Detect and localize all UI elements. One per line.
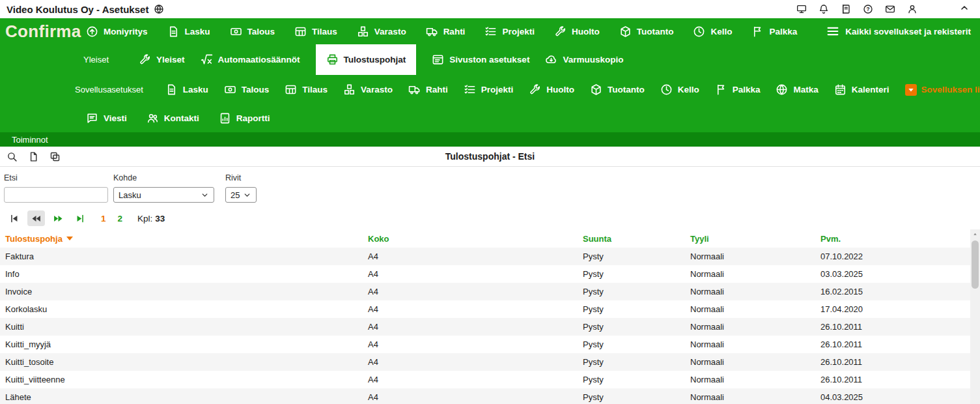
invoice-document-icon bbox=[167, 25, 180, 38]
search-form: Etsi Kohde Lasku Rivit 25 bbox=[0, 167, 980, 207]
cell-suunta: Pysty bbox=[583, 269, 690, 279]
tab-tulostuspohjat[interactable]: Tulostuspohjat bbox=[316, 44, 417, 75]
mail-icon[interactable] bbox=[885, 4, 895, 14]
nav-kello[interactable]: Kello bbox=[693, 25, 732, 38]
appnav-kalenteri[interactable]: Kalenteri bbox=[834, 83, 889, 96]
help-icon[interactable] bbox=[863, 4, 873, 14]
page-title: Tulostuspohjat - Etsi bbox=[445, 151, 535, 162]
all-apps-button[interactable]: Kaikki sovellukset ja rekisterit bbox=[826, 24, 971, 38]
cell-tulostuspohja: Kuitti_viitteenne bbox=[5, 375, 368, 384]
first-page-button[interactable] bbox=[5, 210, 23, 226]
rivit-select[interactable]: 25 bbox=[225, 187, 257, 203]
main-app-nav: Moniyritys Lasku Talous Tilaus Varasto R… bbox=[0, 18, 980, 44]
cell-tyyli: Normaali bbox=[690, 304, 820, 314]
previous-page-button[interactable] bbox=[27, 210, 45, 226]
nav-moniyritys[interactable]: Moniyritys bbox=[86, 25, 148, 38]
table-row[interactable]: Kuitti_viitteenneA4PystyNormaali26.10.20… bbox=[0, 371, 970, 388]
order-table-icon bbox=[294, 25, 307, 38]
copy-icon[interactable] bbox=[49, 151, 61, 162]
appnav-lasku[interactable]: Lasku bbox=[165, 83, 208, 96]
table-row[interactable]: Kuitti_tosoiteA4PystyNormaali26.10.2011 bbox=[0, 353, 970, 371]
table-row[interactable]: InfoA4PystyNormaali03.03.2025 bbox=[0, 265, 970, 283]
communication-nav: Viesti Kontakti Raportti bbox=[0, 104, 980, 132]
page-number-2[interactable]: 2 bbox=[118, 214, 123, 224]
table-row[interactable]: KuittiA4PystyNormaali26.10.2011 bbox=[0, 318, 970, 336]
collapse-header-button[interactable] bbox=[959, 3, 970, 16]
table-row[interactable]: Kuitti_myyjäA4PystyNormaali26.10.2011 bbox=[0, 336, 970, 353]
appnav-kello[interactable]: Kello bbox=[660, 83, 699, 96]
scrollbar-thumb[interactable] bbox=[972, 240, 979, 289]
nav-rahti[interactable]: Rahti bbox=[426, 25, 466, 38]
column-header-suunta[interactable]: Suunta bbox=[583, 234, 690, 244]
appnav-matka[interactable]: Matka bbox=[776, 83, 818, 96]
table-row[interactable]: FakturaA4PystyNormaali07.10.2022 bbox=[0, 248, 970, 265]
actions-bar[interactable]: Toiminnot bbox=[0, 132, 980, 147]
nav-lasku[interactable]: Lasku bbox=[167, 25, 210, 38]
general-settings-nav: Yleiset Yleiset Automaatiosäännöt Tulost… bbox=[0, 44, 980, 75]
nav-varasto[interactable]: Varasto bbox=[357, 25, 406, 38]
tab-varmuuskopio[interactable]: Varmuuskopio bbox=[545, 53, 623, 66]
appnav-rahti[interactable]: Rahti bbox=[408, 83, 448, 96]
last-page-button[interactable] bbox=[72, 210, 89, 226]
section-label-sovellusasetukset: Sovellusasetukset bbox=[75, 85, 143, 94]
next-page-button[interactable] bbox=[49, 210, 67, 226]
kohde-label: Kohde bbox=[113, 173, 214, 182]
user-icon[interactable] bbox=[907, 4, 917, 14]
nav-projekti[interactable]: Projekti bbox=[484, 25, 535, 38]
page-number-1[interactable]: 1 bbox=[101, 214, 106, 224]
nav-viesti[interactable]: Viesti bbox=[86, 112, 127, 124]
appnav-talous[interactable]: Talous bbox=[224, 83, 270, 96]
kohde-field-group: Kohde Lasku bbox=[113, 173, 214, 203]
appnav-huolto[interactable]: Huolto bbox=[529, 83, 574, 96]
contacts-book-icon[interactable] bbox=[841, 4, 851, 14]
appnav-palkka[interactable]: Palkka bbox=[715, 83, 761, 96]
tab-sivuston-asetukset[interactable]: Sivuston asetukset bbox=[432, 53, 529, 66]
notifications-bell-icon[interactable] bbox=[819, 4, 829, 14]
column-header-tyyli[interactable]: Tyyli bbox=[690, 234, 820, 244]
table-body: FakturaA4PystyNormaali07.10.2022 InfoA4P… bbox=[0, 248, 970, 404]
scroll-up-arrow-icon[interactable] bbox=[970, 229, 980, 239]
production-cube-icon bbox=[590, 83, 602, 96]
appnav-projekti[interactable]: Projekti bbox=[464, 83, 514, 96]
column-header-koko[interactable]: Koko bbox=[368, 234, 583, 244]
section-label-yleiset: Yleiset bbox=[83, 55, 109, 65]
orange-arrow-down-icon bbox=[905, 84, 917, 96]
nav-talous[interactable]: Talous bbox=[230, 25, 275, 38]
search-icon[interactable] bbox=[7, 151, 18, 162]
cell-tyyli: Normaali bbox=[690, 339, 820, 349]
table-row[interactable]: InvoiceA4PystyNormaali16.02.2015 bbox=[0, 283, 970, 300]
production-cube-icon bbox=[619, 25, 632, 38]
nav-item-label: Moniyritys bbox=[104, 27, 148, 36]
extra-actions-button[interactable]: Sovelluksen lisätoiminnot bbox=[905, 84, 980, 96]
appnav-tuotanto[interactable]: Tuotanto bbox=[590, 83, 645, 96]
kohde-select[interactable]: Lasku bbox=[113, 187, 214, 203]
nav-raportti[interactable]: Raportti bbox=[219, 112, 270, 124]
nav-kontakti[interactable]: Kontakti bbox=[147, 112, 199, 124]
nav-item-label: Projekti bbox=[502, 27, 535, 36]
appnav-varasto[interactable]: Varasto bbox=[343, 83, 393, 96]
new-document-icon[interactable] bbox=[28, 151, 39, 162]
tab-yleiset[interactable]: Yleiset bbox=[139, 53, 185, 66]
nav-item-label: Raportti bbox=[236, 113, 270, 123]
appnav-tilaus[interactable]: Tilaus bbox=[285, 83, 328, 96]
column-header-pvm[interactable]: Pvm. bbox=[820, 234, 970, 244]
nav-huolto[interactable]: Huolto bbox=[554, 25, 600, 38]
pagination-bar: 1 2 Kpl:33 bbox=[0, 207, 980, 229]
nav-tuotanto[interactable]: Tuotanto bbox=[619, 25, 674, 38]
devices-icon[interactable] bbox=[796, 4, 807, 14]
page-toolbar: Tulostuspohjat - Etsi bbox=[0, 147, 980, 167]
search-input[interactable] bbox=[4, 187, 108, 203]
cell-tyyli: Normaali bbox=[690, 322, 820, 332]
globe-icon bbox=[776, 83, 788, 96]
table-row[interactable]: LäheteA4PystyNormaali04.03.2025 bbox=[0, 388, 970, 404]
tab-automaatiosaannot[interactable]: Automaatiosäännöt bbox=[201, 53, 300, 66]
nav-tilaus[interactable]: Tilaus bbox=[294, 25, 337, 38]
brand-logo: Confirma bbox=[5, 22, 81, 42]
upload-circle-icon bbox=[86, 25, 98, 38]
previous-page-icon bbox=[31, 213, 42, 224]
column-header-tulostuspohja[interactable]: Tulostuspohja bbox=[5, 234, 368, 244]
cell-koko: A4 bbox=[368, 287, 583, 296]
table-row[interactable]: KorkolaskuA4PystyNormaali17.04.2020 bbox=[0, 300, 970, 318]
nav-palkka[interactable]: Palkka bbox=[751, 25, 797, 38]
vertical-scrollbar[interactable] bbox=[970, 229, 980, 404]
